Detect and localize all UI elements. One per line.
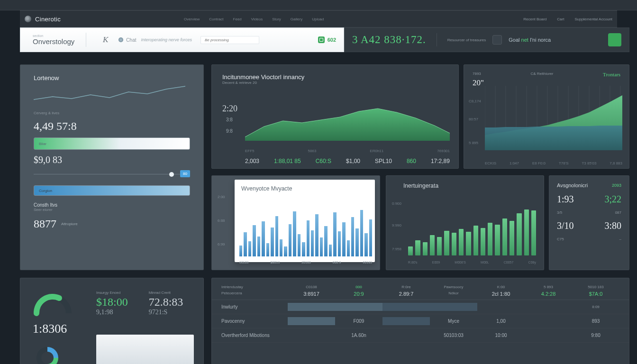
metric-value: 3:80 — [604, 220, 621, 231]
chart-title: Incitunmonee Vioctorl innancy — [222, 73, 448, 81]
section-label: Consth Itvs — [34, 202, 190, 208]
card-title: Avsgnolonicri — [557, 182, 588, 188]
nav-right-item[interactable]: Cart — [557, 17, 564, 21]
sidebar-title: Lortenow — [34, 74, 190, 82]
window-chrome — [0, 0, 637, 10]
sidebar-card: Lortenow Cerverg & lives 4,49 57:8 Bliar… — [20, 64, 204, 270]
area-chart-card: Incitunmonee Vioctorl innancy Decent & r… — [211, 64, 459, 169]
header-right-panel: 3 A42 838·172. Resourcer of treasures Go… — [344, 27, 629, 52]
right-area-card: 7893 C& Reithiorer Trontars 20" C8,174 8… — [464, 64, 629, 169]
card-meta: C& Reithiorer — [530, 72, 553, 77]
card-meta: 7893 — [473, 72, 481, 77]
header-label: Resourcer of treasures — [447, 38, 486, 42]
divider — [437, 33, 437, 46]
shield-icon — [318, 36, 325, 43]
breadcrumb: Interoperating nerve forces — [141, 37, 192, 42]
brand-icon — [25, 16, 31, 22]
stacked-area-chart — [485, 86, 622, 150]
table-row[interactable]: Inwlurty 8:09 — [212, 300, 629, 314]
metric-primary: 4,49 57:8 — [34, 120, 190, 133]
blue-bar-button[interactable]: Corgion — [34, 185, 190, 196]
nav-item[interactable]: Gallery — [291, 17, 302, 21]
header-goal: Goal net I'ni norca — [509, 37, 551, 43]
metric-value: 1:93 — [557, 194, 574, 205]
table-subhead: Peteoercera3:8917 20:92.89:7 Ndkor2cl 1:… — [212, 291, 629, 300]
y-tick: 0:900 — [392, 201, 401, 206]
y-tick: 6:99 — [218, 242, 225, 246]
nav-item[interactable]: Videos — [251, 17, 263, 21]
progress-slider[interactable]: 80 — [34, 170, 190, 179]
metrics-card: Avsgnolonicri 2093 1:93 3;22 3/5087 3/10… — [549, 175, 629, 270]
header-glyph: K — [103, 35, 108, 45]
y-big: 2:20 — [222, 104, 237, 114]
table-row[interactable]: Overtherford Mibotions 1A.60n 50103:03 1… — [212, 328, 629, 343]
status-badge: 2093 — [612, 183, 621, 188]
nav-item[interactable]: Upload — [312, 17, 324, 21]
metric-tertiary-sub: Attropiore — [61, 222, 78, 226]
y-tick: 80:57 — [469, 117, 478, 121]
dropdown-toggle[interactable] — [492, 35, 502, 45]
metric-tertiary: 8877 — [34, 218, 56, 230]
header-figure: 3 A42 838·172. — [352, 34, 426, 46]
kpi-value: $18:00 — [96, 296, 128, 309]
x-ticks: R.80'sE009 M008'SM00L C0057C08y — [408, 261, 536, 264]
metric-value: 3;22 — [604, 194, 621, 205]
chart-title: Wvenyotce Mvyacte — [241, 185, 368, 192]
brand-name: Cinerotic — [35, 16, 61, 23]
area-chart — [245, 99, 450, 151]
light-block — [96, 335, 194, 364]
chart-subtitle: Decent & retrieve 20 — [222, 81, 448, 85]
chat-pill[interactable]: Chat — [118, 37, 136, 43]
kpi-label: Minrad Crerit — [149, 291, 183, 295]
action-button[interactable] — [608, 33, 621, 46]
x-ticks: EFF55863 ER0h11769301 — [245, 149, 450, 153]
metric-secondary: $9,0 83 — [34, 155, 190, 165]
table-head: IntriendustayC0108 000R:0re PawnsoocyK:0… — [212, 278, 629, 291]
slider-thumb-icon[interactable] — [169, 172, 174, 177]
header-bar: section Onverstology K Chat Interoperati… — [20, 27, 629, 52]
kpi-sub: 9,1:98 — [96, 309, 128, 316]
header-subtitle: section — [33, 34, 90, 37]
bar-chart — [408, 204, 536, 255]
kpi-value: 72.8:83 — [149, 296, 183, 309]
y-tick: 6:88 — [218, 218, 225, 223]
search-input[interactable] — [200, 36, 259, 44]
status-badge: 602 — [318, 36, 336, 43]
gauge-value: 1:8306 — [33, 322, 67, 336]
card-title: Trontars — [603, 72, 620, 77]
nav-item[interactable]: Feed — [233, 17, 242, 21]
nav-item[interactable]: Story — [272, 17, 281, 21]
bar-chart — [239, 206, 372, 256]
gradient-bar-button[interactable]: Bliar — [34, 137, 190, 150]
nav-right-item[interactable]: Supplemental Account — [574, 17, 612, 21]
kpi-sub: 9721:S — [149, 309, 183, 316]
x-ticks: ECKIS1:047 E8 F0:0T78'S T3 85'037,8 883 — [485, 161, 622, 165]
y-tick: C8,174 — [469, 99, 481, 103]
chat-icon — [118, 37, 123, 42]
nav-item[interactable]: Overview — [184, 17, 200, 21]
top-nav: Cinerotic Overview Contract Feed Videos … — [20, 10, 617, 27]
kpi-label: Insurgy Enced — [96, 291, 128, 295]
data-table-card: IntriendustayC0108 000R:0re PawnsoocyK:0… — [211, 278, 629, 364]
page-title: Onverstology — [33, 37, 90, 46]
y-tick: 2:00 — [218, 195, 225, 199]
y-tick: 9:990 — [392, 223, 401, 228]
x-ticks: 60103$8013 20183600:9 60183 — [239, 261, 372, 264]
slider-value: 80 — [180, 170, 190, 177]
y-tick: 7:958 — [392, 247, 401, 251]
gauge-icon — [33, 290, 73, 318]
sidebar-subtitle: Cerverg & lives — [34, 111, 190, 115]
donut-icon — [35, 345, 60, 364]
white-bar-card: 2:00 6:88 6:99 Wvenyotce Mvyacte 60103$8… — [211, 175, 380, 270]
y-tick: 9:8 — [226, 128, 233, 134]
gauge-card: 1:8306 Insurgy Enced $18:00 9,1:98 Minra… — [20, 278, 204, 364]
nav-item[interactable]: Contract — [209, 17, 223, 21]
nav-right-item[interactable]: Recent Board — [523, 17, 546, 21]
green-bar-card: Inertuingerata 0:900 9:990 7:958 R.80'sE… — [386, 175, 544, 270]
header-left-panel: section Onverstology K Chat Interoperati… — [20, 27, 344, 52]
summary-row: 2,003 1:88,01 85 C60:S $1,00 SPL10 860 1… — [245, 158, 450, 164]
y-tick: 3:8 — [226, 117, 233, 122]
chart-title: Inertuingerata — [386, 176, 544, 189]
section-tiny: Seer elorer — [34, 208, 190, 212]
table-row[interactable]: Pavocenny F009 Myce 1,00893 — [212, 314, 629, 328]
